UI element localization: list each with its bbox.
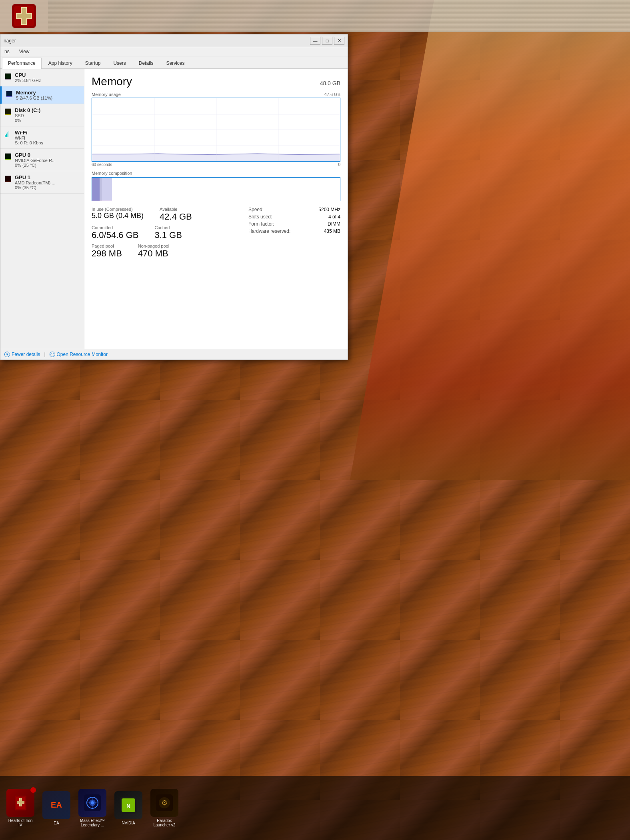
hw-label: Hardware reserved: (248, 228, 290, 234)
gpu1-sub2: 0% (35 °C) (15, 185, 55, 190)
hw-reserved-line: Hardware reserved: 435 MB (248, 228, 340, 234)
taskbar-nvidia-icon[interactable]: N NVIDIA (112, 789, 145, 828)
restore-button[interactable]: □ (322, 37, 332, 45)
comp-in-use (92, 178, 100, 201)
hw-value: 435 MB (324, 228, 340, 234)
hoi-label: Hearts of IronIV (8, 818, 33, 827)
stats-left: In use (Compressed) 5.0 GB (0.4 MB) Avai… (92, 207, 248, 262)
close-button[interactable]: ✕ (334, 37, 344, 45)
gpu0-text: GPU 0 NVIDIA GeForce R... 0% (25 °C) (15, 152, 56, 168)
chart-vline-1 (154, 98, 154, 161)
panel-header: Memory 48.0 GB (92, 75, 340, 88)
committed-label: Committed (92, 225, 138, 230)
wifi-name: Wi-Fi (15, 130, 43, 136)
tab-users[interactable]: Users (107, 58, 132, 68)
menu-item-view[interactable]: View (17, 48, 32, 55)
footer-divider: | (44, 352, 45, 357)
wifi-graph-icon (4, 130, 12, 138)
menu-item-file[interactable]: ns (2, 48, 12, 55)
right-stat-group: Speed: 5200 MHz Slots used: 4 of 4 Form … (248, 207, 340, 234)
chart-label-row: Memory usage 47.6 GB (92, 92, 340, 97)
title-bar-controls: — □ ✕ (310, 37, 344, 45)
tab-services[interactable]: Services (160, 58, 190, 68)
hoi-top-logo (0, 0, 48, 32)
taskbar-ea-icon[interactable]: EA EA (40, 789, 73, 828)
nvidia-icon-svg: N (120, 797, 137, 814)
ea-label: EA (54, 821, 59, 825)
open-monitor-label: Open Resource Monitor (57, 352, 108, 357)
nvidia-app-icon: N (114, 791, 142, 819)
chart-usage-value: 47.6 GB (324, 92, 340, 97)
taskbar-hoi-icon[interactable]: Hearts of IronIV (4, 786, 37, 830)
wifi-text: Wi-Fi Wi-Fi S: 0 R: 0 Kbps (15, 130, 43, 145)
chart-grid (92, 98, 340, 161)
in-use-value: 5.0 GB (0.4 MB) (92, 212, 144, 220)
sidebar-item-gpu1[interactable]: GPU 1 AMD Radeon(TM) ... 0% (35 °C) (0, 171, 84, 194)
mass-effect-app-icon (78, 789, 106, 817)
minimize-button[interactable]: — (310, 37, 320, 45)
disk-name: Disk 0 (C:) (15, 107, 40, 113)
paradox-app-icon: ⚙ (150, 789, 178, 817)
paradox-label: ParadoxLauncher v2 (153, 818, 175, 827)
taskbar-paradox-icon[interactable]: ⚙ ParadoxLauncher v2 (148, 786, 181, 830)
gpu1-name: GPU 1 (15, 174, 55, 180)
chart-time-left: 60 seconds (92, 162, 112, 167)
cpu-sub: 2% 3.84 GHz (15, 78, 41, 83)
gpu0-sub2: 0% (25 °C) (15, 163, 56, 168)
disk-text: Disk 0 (C:) SSD 0% (15, 107, 40, 123)
panel-title: Memory (92, 75, 132, 88)
sidebar: CPU 2% 3.84 GHz Memory 5.2/47.6 GB (11%) (0, 69, 84, 349)
nonpaged-label: Non-paged pool (138, 244, 169, 248)
tab-details[interactable]: Details (133, 58, 160, 68)
chart-vline-3 (278, 98, 278, 161)
taskbar: Hearts of IronIV EA EA Mass Effect™Legen… (0, 776, 630, 840)
window-title: nager (4, 38, 16, 44)
stats-section: In use (Compressed) 5.0 GB (0.4 MB) Avai… (92, 207, 340, 262)
stat-nonpaged: Non-paged pool 470 MB (138, 244, 169, 259)
stat-pair-2: Committed 6.0/54.6 GB Cached 3.1 GB (92, 225, 248, 240)
hoi-app-icon (6, 789, 34, 817)
stat-in-use: In use (Compressed) 5.0 GB (0.4 MB) (92, 207, 144, 222)
svg-text:⚙: ⚙ (161, 799, 168, 807)
available-value: 42.4 GB (160, 212, 192, 222)
sidebar-item-cpu[interactable]: CPU 2% 3.84 GHz (0, 69, 84, 86)
chart-time-right: 0 (338, 162, 340, 167)
svg-rect-1 (6, 134, 7, 137)
tab-app-history[interactable]: App history (42, 58, 78, 68)
fewer-details-link[interactable]: ▼ Fewer details (4, 352, 40, 357)
cpu-graph-icon (4, 73, 12, 80)
nvidia-label: NVIDIA (122, 821, 135, 825)
speed-label: Speed: (248, 207, 264, 212)
menu-bar: ns View (0, 47, 348, 56)
memory-sub: 5.2/47.6 GB (11%) (16, 96, 52, 100)
svg-text:N: N (126, 803, 130, 809)
taskbar-mass-effect-icon[interactable]: Mass Effect™Legendary ... (76, 786, 109, 830)
memory-name: Memory (16, 90, 52, 96)
tab-startup[interactable]: Startup (79, 58, 107, 68)
composition-label: Memory composition (92, 171, 340, 176)
cpu-text: CPU 2% 3.84 GHz (15, 72, 41, 83)
task-manager-window: nager — □ ✕ ns View Performance App hist… (0, 34, 348, 360)
slots-label: Slots used: (248, 214, 272, 220)
open-monitor-link[interactable]: ◯ Open Resource Monitor (50, 352, 108, 357)
sidebar-item-gpu0[interactable]: GPU 0 NVIDIA GeForce R... 0% (25 °C) (0, 149, 84, 171)
tab-performance[interactable]: Performance (2, 58, 42, 69)
slots-value: 4 of 4 (328, 214, 340, 220)
sidebar-item-wifi[interactable]: Wi-Fi Wi-Fi S: 0 R: 0 Kbps (0, 126, 84, 149)
svg-rect-0 (5, 135, 6, 137)
cached-value: 3.1 GB (154, 230, 182, 240)
mass-effect-icon-svg (84, 794, 101, 811)
paged-label: Paged pool (92, 244, 122, 248)
comp-standby (102, 178, 112, 201)
chart-time-row: 60 seconds 0 (92, 162, 340, 167)
sidebar-item-memory[interactable]: Memory 5.2/47.6 GB (11%) (0, 86, 84, 104)
disk-sub2: 0% (15, 118, 40, 123)
tab-bar: Performance App history Startup Users De… (0, 56, 348, 69)
wifi-sub2: S: 0 R: 0 Kbps (15, 140, 43, 145)
stat-pair-1: In use (Compressed) 5.0 GB (0.4 MB) Avai… (92, 207, 248, 222)
memory-composition-section: Memory composition (92, 171, 340, 201)
stat-pair-3: Paged pool 298 MB Non-paged pool 470 MB (92, 244, 248, 259)
main-content: CPU 2% 3.84 GHz Memory 5.2/47.6 GB (11%) (0, 69, 348, 349)
hoi-badge (30, 787, 36, 793)
sidebar-item-disk[interactable]: Disk 0 (C:) SSD 0% (0, 104, 84, 126)
